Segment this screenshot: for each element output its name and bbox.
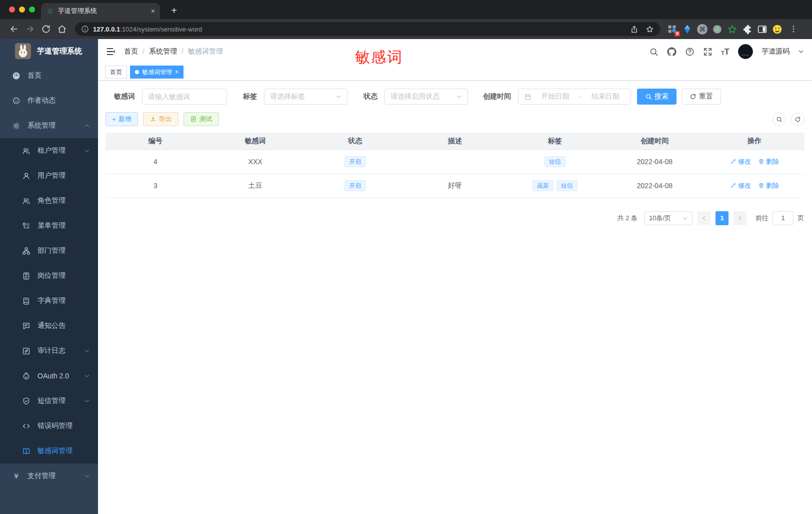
sidebar-item-dict[interactable]: 字典管理	[0, 288, 98, 313]
refresh-table-button[interactable]	[791, 113, 804, 126]
add-button[interactable]: + 新增	[106, 112, 138, 126]
app-logo[interactable]: 芋道管理系统	[0, 39, 98, 63]
prev-page-button[interactable]	[698, 211, 710, 225]
tag-view-tab[interactable]: 敏感词管理×	[130, 66, 184, 79]
close-window-button[interactable]	[9, 7, 15, 13]
page-size-select[interactable]: 10条/页	[644, 211, 692, 225]
browser-menu-icon[interactable]	[789, 25, 798, 34]
keyword-input[interactable]	[148, 93, 221, 101]
cell-status: 开启	[305, 174, 405, 198]
tag-select[interactable]: 请选择标签	[264, 89, 348, 105]
filter-bar: 敏感词 标签 请选择标签 状态 请选择启用状态	[106, 89, 804, 105]
site-info-icon[interactable]	[81, 25, 89, 33]
breadcrumb-item[interactable]: 首页	[124, 47, 138, 56]
sidebar-item-post[interactable]: 岗位管理	[0, 263, 98, 288]
column-header: 状态	[305, 133, 405, 150]
sidebar-item-home[interactable]: 首页	[0, 63, 98, 88]
zoom-window-button[interactable]	[29, 7, 35, 13]
sidebar-item-notice[interactable]: 通知公告	[0, 313, 98, 338]
url-bar[interactable]: 127.0.0.1:1024/system/sensitive-word	[75, 22, 660, 36]
github-icon[interactable]	[667, 47, 676, 57]
sidebar-item-error-code[interactable]: 错误码管理	[0, 413, 98, 438]
share-icon[interactable]	[630, 25, 638, 34]
search-button[interactable]: 搜索	[637, 89, 676, 105]
test-button[interactable]: 测试	[184, 112, 219, 126]
cell-tags: 蔬菜短信	[505, 174, 605, 198]
home-icon[interactable]	[57, 24, 67, 34]
reset-button[interactable]: 重置	[682, 89, 721, 105]
bookmark-star-icon[interactable]	[646, 25, 654, 34]
sidebar-item-sensitive-word[interactable]: 敏感词管理	[0, 438, 98, 463]
tag-badge: 蔬菜	[532, 180, 554, 191]
chevron-down-icon	[682, 215, 688, 221]
edit-pencil-icon	[730, 158, 736, 165]
new-tab-button[interactable]: +	[167, 4, 181, 18]
minimize-window-button[interactable]	[19, 7, 25, 13]
sidebar-item-dept[interactable]: 部门管理	[0, 238, 98, 263]
refresh-icon	[690, 93, 696, 100]
extension-kite-icon[interactable]	[682, 24, 692, 35]
tag-view-tab[interactable]: 首页	[105, 66, 127, 79]
search-icon[interactable]	[649, 47, 658, 57]
browser-tab[interactable]: 芋道管理系统 ×	[41, 3, 160, 19]
sidebar-item-tenant[interactable]: 租户管理	[0, 138, 98, 163]
next-page-button[interactable]	[734, 211, 746, 225]
delete-button-label: 删除	[766, 157, 779, 166]
date-range-picker[interactable]: 开始日期 - 结束日期	[518, 89, 631, 105]
search-icon	[776, 116, 782, 123]
tab-close-icon[interactable]: ×	[151, 8, 155, 15]
roles-icon	[22, 197, 30, 205]
chevron-down-icon[interactable]	[798, 49, 804, 55]
sidebar-item-menu[interactable]: 菜单管理	[0, 213, 98, 238]
org-icon	[22, 247, 30, 255]
delete-button[interactable]: 删除	[758, 157, 779, 166]
shield-icon	[22, 397, 30, 405]
robot-icon	[22, 372, 30, 380]
sidebar-item-system[interactable]: 系统管理	[0, 113, 98, 138]
red-annotation-text: 敏感词	[355, 47, 403, 68]
sidebar-item-sms[interactable]: 短信管理	[0, 388, 98, 413]
reload-icon[interactable]	[41, 24, 51, 34]
chevron-down-icon	[456, 94, 462, 100]
sidebar-item-author-news[interactable]: 作者动态	[0, 88, 98, 113]
sidebar-item-pay[interactable]: ¥支付管理	[0, 463, 98, 488]
sidebar-fold-icon[interactable]	[106, 47, 116, 57]
status-select[interactable]: 请选择启用状态	[384, 89, 468, 105]
edit-button[interactable]: 修改	[730, 181, 751, 190]
sidebar-item-role[interactable]: 角色管理	[0, 188, 98, 213]
extension-command-icon[interactable]: ⌘	[697, 24, 708, 35]
tag-badge: 短信	[556, 180, 578, 191]
help-icon[interactable]	[685, 47, 694, 57]
profile-avatar-icon[interactable]	[772, 24, 782, 35]
back-icon[interactable]	[9, 24, 19, 34]
fullscreen-icon[interactable]	[703, 47, 712, 57]
sidebar-item-label: 岗位管理	[38, 271, 66, 280]
delete-button[interactable]: 删除	[758, 181, 779, 190]
chevron-up-icon	[84, 123, 90, 129]
sidebar: 芋道管理系统 首页作者动态系统管理租户管理用户管理角色管理菜单管理部门管理岗位管…	[0, 39, 98, 514]
sidebar-item-oauth[interactable]: OAuth 2.0	[0, 363, 98, 388]
toggle-search-button[interactable]	[772, 113, 786, 126]
sidebar-item-label: 租户管理	[38, 146, 66, 155]
extensions-puzzle-icon[interactable]	[742, 24, 752, 35]
sidebar-item-label: 字典管理	[38, 296, 66, 305]
extension-recorder-icon[interactable]	[712, 24, 722, 35]
page-number-button[interactable]: 1	[716, 211, 728, 225]
extension-green-star-icon[interactable]	[727, 24, 738, 35]
sidebar-item-audit-log[interactable]: 审计日志	[0, 338, 98, 363]
user-avatar[interactable]	[738, 44, 753, 59]
tab-title: 芋道管理系统	[58, 7, 147, 16]
column-header: 描述	[405, 133, 505, 150]
sidebar-item-user[interactable]: 用户管理	[0, 163, 98, 188]
breadcrumb-item[interactable]: 系统管理	[149, 47, 177, 56]
extension-grid-icon[interactable]: 9	[667, 24, 678, 35]
chevron-right-icon	[737, 215, 743, 221]
edit-button[interactable]: 修改	[730, 157, 751, 166]
goto-page-input[interactable]	[772, 211, 794, 225]
side-panel-icon[interactable]	[757, 24, 768, 35]
keyword-label: 敏感词	[114, 92, 135, 101]
export-button[interactable]: 导出	[143, 112, 178, 126]
forward-icon[interactable]	[25, 24, 35, 34]
font-size-icon[interactable]: TT	[721, 48, 730, 56]
close-icon[interactable]: ×	[175, 69, 178, 75]
